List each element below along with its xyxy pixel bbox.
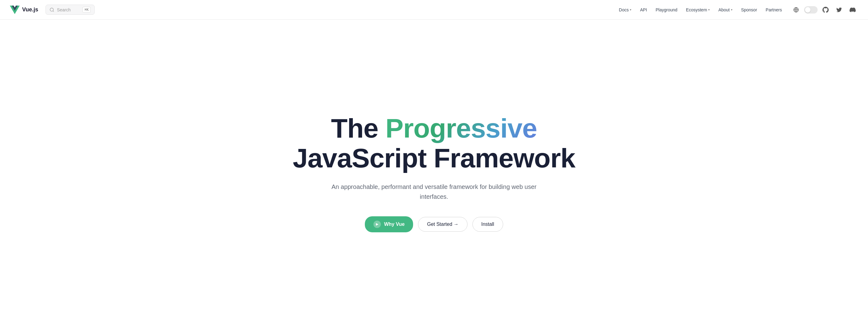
hero-title-suffix: JavaScript Framework: [292, 143, 575, 173]
theme-toggle-button[interactable]: [804, 6, 817, 13]
chevron-down-icon: ▾: [630, 8, 631, 11]
search-placeholder: Search: [57, 7, 80, 12]
nav-item-sponsor[interactable]: Sponsor: [737, 5, 761, 14]
nav-item-about[interactable]: About ▾: [715, 5, 736, 14]
navbar-actions: [790, 4, 858, 16]
nav-item-docs[interactable]: Docs ▾: [615, 5, 635, 14]
svg-point-0: [50, 8, 54, 11]
hero-buttons: ▶ Why Vue Get Started → Install: [365, 216, 503, 232]
hero-section: The Progressive JavaScript Framework An …: [0, 20, 868, 320]
install-button[interactable]: Install: [472, 217, 503, 232]
nav-item-ecosystem[interactable]: Ecosystem ▾: [682, 5, 713, 14]
install-label: Install: [481, 222, 494, 227]
logo-link[interactable]: Vue.js: [10, 5, 38, 14]
hero-title-gradient: Progressive: [385, 113, 537, 143]
play-icon: ▶: [373, 221, 381, 228]
github-icon[interactable]: [820, 4, 831, 16]
twitter-icon[interactable]: [834, 4, 845, 16]
chevron-down-icon: ▾: [731, 8, 733, 11]
hero-title-prefix: The: [331, 113, 385, 143]
navbar: Vue.js Search ⌘K Docs ▾ API Playground E…: [0, 0, 868, 20]
search-box[interactable]: Search ⌘K: [45, 5, 95, 15]
hero-subtitle: An approachable, performant and versatil…: [327, 182, 541, 202]
search-icon: [50, 7, 54, 12]
chevron-down-icon: ▾: [708, 8, 710, 11]
hero-title: The Progressive JavaScript Framework: [292, 114, 575, 173]
discord-icon[interactable]: [847, 4, 858, 16]
brand-name: Vue.js: [22, 6, 38, 13]
why-vue-label: Why Vue: [384, 222, 404, 227]
nav-item-partners[interactable]: Partners: [762, 5, 786, 14]
nav-item-api[interactable]: API: [636, 5, 651, 14]
vue-logo-icon: [10, 5, 20, 14]
nav-item-playground[interactable]: Playground: [652, 5, 681, 14]
search-shortcut: ⌘K: [82, 7, 91, 12]
main-nav: Docs ▾ API Playground Ecosystem ▾ About …: [615, 5, 786, 14]
get-started-label: Get Started →: [427, 222, 458, 227]
why-vue-button[interactable]: ▶ Why Vue: [365, 216, 413, 232]
get-started-button[interactable]: Get Started →: [418, 217, 467, 232]
language-icon[interactable]: [790, 4, 802, 16]
